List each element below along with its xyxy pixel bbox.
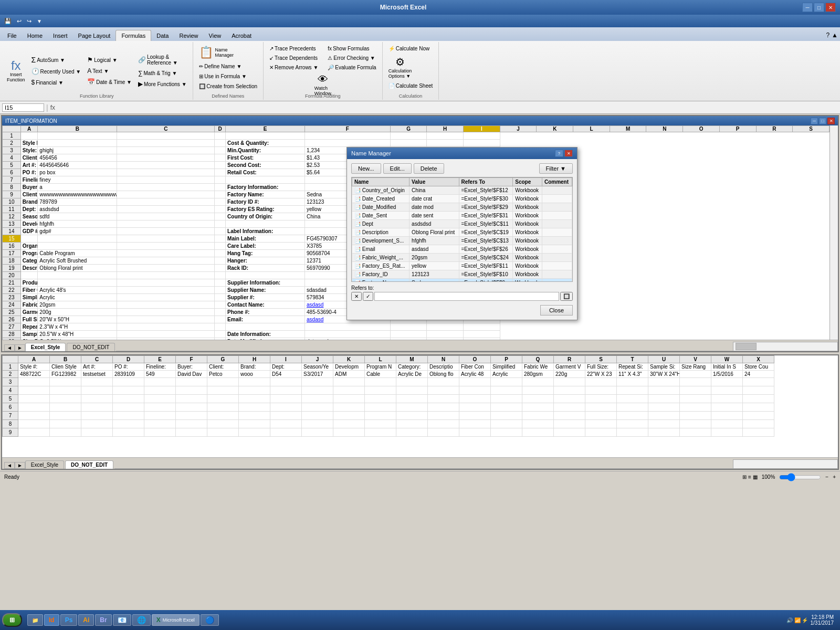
sheet2-empty-9-11[interactable] [365, 428, 396, 437]
cell-D18[interactable] [215, 257, 226, 265]
h-scroll-thumb[interactable] [736, 343, 757, 350]
cell-C26[interactable] [117, 316, 215, 323]
sheet2-empty-4-8[interactable] [270, 386, 302, 395]
sheet2-empty-9-4[interactable] [144, 428, 176, 437]
col-header-O[interactable]: O [683, 126, 720, 132]
tab-data[interactable]: Data [151, 30, 174, 41]
sheet2-empty-9-20[interactable] [648, 428, 680, 437]
cell-extra-1-7[interactable] [390, 132, 427, 140]
sheet2-empty-3-13[interactable] [428, 378, 459, 386]
sheet2-tab-excel-style[interactable]: Excel_Style [25, 460, 64, 469]
sheet2-empty-7-14[interactable] [459, 412, 491, 420]
cell-E19[interactable]: Rack ID: [226, 265, 305, 272]
sheet-restore-btn[interactable]: □ [819, 118, 826, 124]
cell-D5[interactable] [215, 162, 226, 169]
sheet2-empty-5-15[interactable] [491, 395, 522, 403]
col-header-N[interactable]: N [646, 126, 683, 132]
cell-extra-27-8[interactable] [427, 323, 464, 331]
vertical-scrollbar[interactable] [830, 125, 838, 340]
sheet2-empty-4-22[interactable] [711, 386, 743, 395]
create-from-selection-button[interactable]: 🔲 Create from Selection [196, 82, 260, 91]
sheet2-empty-9-0[interactable] [18, 428, 50, 437]
nm-name-7[interactable]: 📑 Email [352, 245, 410, 254]
cell-E11[interactable]: Factory ES Rating: [226, 206, 305, 213]
sheet2-empty-5-16[interactable] [522, 395, 554, 403]
col-header-S[interactable]: S [793, 126, 830, 132]
taskbar-app-photoshop[interactable]: Ps [60, 614, 78, 626]
lookup-reference-button[interactable]: 🔗 Lookup &Reference ▼ [135, 52, 190, 67]
cell-extra-2-8[interactable] [427, 140, 464, 147]
cell-E5[interactable]: Second Cost: [226, 162, 305, 169]
sheet2-empty-9-2[interactable] [81, 428, 113, 437]
start-button[interactable]: ⊞ [2, 613, 22, 627]
save-quick-btn[interactable]: 💾 [2, 17, 14, 26]
tab-acrobat[interactable]: Acrobat [226, 30, 257, 41]
sheet2-data-18[interactable]: 22"W X 23 [585, 371, 617, 378]
sheet2-header-16[interactable]: Fabric We [522, 363, 554, 371]
sheet2-empty-3-6[interactable] [207, 378, 239, 386]
cell-B20[interactable] [38, 272, 117, 279]
sheet2-data-19[interactable]: 11" X 4.3" [617, 371, 648, 378]
sheet2-empty-4-1[interactable] [50, 386, 81, 395]
row-num-14[interactable]: 14 [3, 228, 21, 235]
cell-D27[interactable] [215, 323, 226, 331]
cell-C17[interactable] [117, 250, 215, 257]
cell-B7[interactable]: finey [38, 176, 117, 184]
sheet2-empty-6-11[interactable] [365, 403, 396, 412]
sheet2-empty-7-19[interactable] [617, 412, 648, 420]
cell-A9[interactable]: Client: [20, 191, 38, 198]
cell-D29[interactable] [215, 338, 226, 340]
sheet2-empty-3-2[interactable] [81, 378, 113, 386]
col-header-M[interactable]: M [610, 126, 646, 132]
row-num-6[interactable]: 6 [3, 169, 21, 176]
sheet2-empty-3-17[interactable] [554, 378, 585, 386]
sheet2-empty-4-19[interactable] [617, 386, 648, 395]
tab-review[interactable]: Review [174, 30, 203, 41]
sheet-tab-excel-style[interactable]: Excel_Style [25, 343, 66, 351]
col-header-A[interactable]: A [20, 126, 38, 132]
sheet2-empty-8-18[interactable] [585, 420, 617, 428]
trace-precedents-button[interactable]: ↗ Trace Precedents [267, 44, 321, 53]
cell-A10[interactable]: Brand: [20, 198, 38, 206]
new-name-btn[interactable]: New... [351, 163, 381, 174]
cell-extra-2-9[interactable] [464, 140, 500, 147]
cell-E2[interactable]: Cost & Quantity: [226, 140, 305, 147]
cell-E22[interactable]: Supplier Name: [226, 287, 305, 294]
col-header-P[interactable]: P [719, 126, 756, 132]
nm-name-9[interactable]: 📑 Factory_ES_Rat... [352, 262, 410, 270]
cell-A24[interactable]: Fabric Weight (gsm): [20, 301, 38, 309]
sheet2-empty-5-4[interactable] [144, 395, 176, 403]
cell-extra-27-9[interactable] [464, 323, 500, 331]
sheet2-data-13[interactable]: Oblong flo [428, 371, 459, 378]
sheet2-empty-4-0[interactable] [18, 386, 50, 395]
cell-D3[interactable] [215, 147, 226, 154]
row-num-22[interactable]: 22 [3, 287, 21, 294]
nm-name-3[interactable]: 📑 Date_Sent [352, 212, 410, 220]
dialog-close-btn[interactable]: Close [540, 305, 573, 316]
row-num-21[interactable]: 21 [3, 279, 21, 287]
cell-A12[interactable]: Season/Year: [20, 213, 38, 220]
col-header-D[interactable]: D [215, 126, 226, 132]
row-num-23[interactable]: 23 [3, 294, 21, 301]
taskbar-app-indesign[interactable]: Id [44, 614, 59, 626]
cell-E10[interactable]: Factory ID #: [226, 198, 305, 206]
sheet2-empty-4-13[interactable] [428, 386, 459, 395]
sheet2-empty-4-23[interactable] [743, 386, 774, 395]
cell-B29[interactable]: G: 3.5"W x [38, 338, 117, 340]
sheet2-empty-5-18[interactable] [585, 395, 617, 403]
row-num-16[interactable]: 16 [3, 243, 21, 250]
sheet2-empty-7-3[interactable] [113, 412, 144, 420]
undo-quick-btn[interactable]: ↩ [15, 17, 24, 26]
nm-name-0[interactable]: 📑 Country_of_Origin [352, 186, 410, 195]
refers-confirm-btn[interactable]: ✓ [363, 292, 373, 301]
cell-A18[interactable]: Category: [20, 257, 38, 265]
row-num-1[interactable]: 1 [3, 132, 21, 140]
insert-function-button[interactable]: fx InsertFunction [4, 58, 28, 84]
nm-name-11[interactable]: 📑 Factory_Name [352, 279, 410, 282]
sheet2-col-U[interactable]: U [648, 356, 680, 363]
sheet2-data-14[interactable]: Acrylic 48 [459, 371, 491, 378]
row-num-17[interactable]: 17 [3, 250, 21, 257]
cell-C5[interactable] [117, 162, 215, 169]
taskbar-app-outlook[interactable]: 📧 [113, 614, 131, 626]
sheet2-empty-3-23[interactable] [743, 378, 774, 386]
